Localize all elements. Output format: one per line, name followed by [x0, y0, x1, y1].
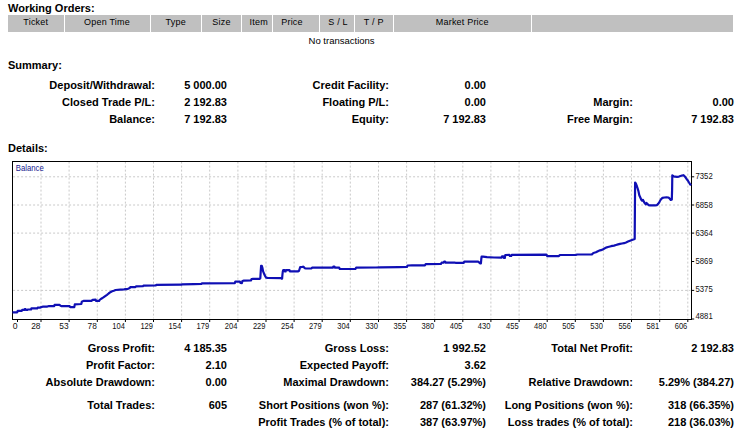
- svg-text:430: 430: [478, 321, 491, 331]
- svg-text:104: 104: [112, 321, 125, 331]
- svg-text:Balance: Balance: [16, 163, 44, 173]
- svg-text:154: 154: [169, 321, 182, 331]
- svg-text:556: 556: [618, 321, 631, 331]
- svg-text:6364: 6364: [696, 228, 713, 238]
- svg-text:129: 129: [140, 321, 153, 331]
- svg-text:229: 229: [253, 321, 266, 331]
- svg-text:4881: 4881: [696, 311, 713, 321]
- svg-text:330: 330: [365, 321, 378, 331]
- svg-text:5869: 5869: [696, 256, 713, 266]
- svg-text:380: 380: [422, 321, 435, 331]
- svg-text:530: 530: [590, 321, 603, 331]
- svg-text:455: 455: [506, 321, 519, 331]
- svg-text:78: 78: [88, 321, 97, 331]
- svg-text:28: 28: [31, 321, 40, 331]
- svg-text:581: 581: [647, 321, 660, 331]
- svg-text:606: 606: [675, 321, 688, 331]
- svg-text:0: 0: [13, 321, 18, 331]
- svg-text:254: 254: [281, 321, 294, 331]
- svg-text:304: 304: [337, 321, 350, 331]
- svg-text:505: 505: [562, 321, 575, 331]
- svg-text:53: 53: [59, 321, 68, 331]
- svg-text:7352: 7352: [696, 171, 713, 181]
- svg-text:405: 405: [450, 321, 463, 331]
- svg-text:5375: 5375: [696, 284, 713, 294]
- svg-text:355: 355: [394, 321, 407, 331]
- svg-text:6858: 6858: [696, 200, 713, 210]
- svg-text:204: 204: [225, 321, 238, 331]
- svg-text:179: 179: [197, 321, 210, 331]
- svg-text:279: 279: [309, 321, 322, 331]
- svg-text:480: 480: [534, 321, 547, 331]
